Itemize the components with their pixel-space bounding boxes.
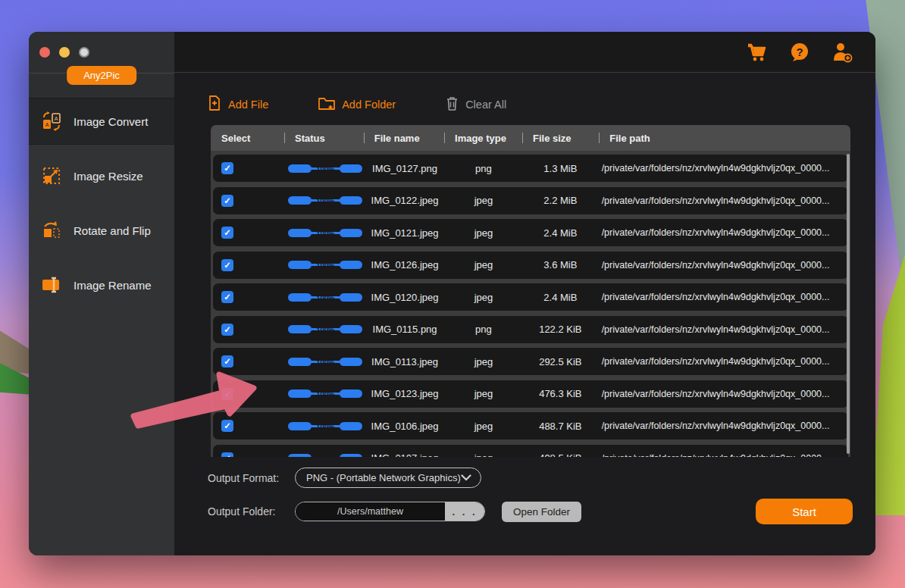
- file-table: Select Status File name Image type File …: [211, 125, 850, 457]
- image-type: jpeg: [445, 195, 522, 206]
- file-path: /private/var/folders/nz/xrvlwyln4w9dgkhv…: [599, 453, 848, 458]
- file-path: /private/var/folders/nz/xrvlwyln4w9dgkhv…: [599, 389, 848, 399]
- progress-label: 100%: [288, 196, 362, 205]
- progress-bar: 100%: [286, 293, 365, 302]
- column-header-status: Status: [284, 133, 364, 144]
- row-checkbox[interactable]: ✓: [221, 324, 233, 336]
- table-row[interactable]: ✓ 100% IMG_0123.jpeg jpeg 476.3 KiB /pri…: [213, 380, 848, 408]
- progress-label: 100%: [288, 261, 362, 269]
- progress-bar: 100%: [286, 325, 365, 333]
- output-format-label: Output Format:: [208, 472, 295, 484]
- sidebar-item-label: Rotate and Flip: [74, 224, 151, 237]
- image-type: jpeg: [445, 259, 522, 271]
- browse-folder-button[interactable]: . . .: [445, 502, 484, 521]
- chevron-down-icon: [461, 472, 471, 483]
- row-checkbox[interactable]: ✓: [221, 420, 233, 432]
- clear-all-label: Clear All: [465, 99, 506, 111]
- image-rename-icon: [41, 274, 62, 296]
- sidebar-item-image-rename[interactable]: Image Rename: [29, 261, 174, 308]
- progress-label: 100%: [288, 229, 362, 237]
- table-rows: ✓ 100% IMG_0127.png png 1.3 MiB /private…: [211, 151, 850, 457]
- open-folder-button[interactable]: Open Folder: [502, 502, 581, 522]
- image-type: png: [445, 324, 522, 335]
- topbar: ?: [174, 32, 875, 73]
- row-checkbox[interactable]: ✓: [221, 452, 233, 458]
- row-checkbox[interactable]: ✓: [221, 227, 233, 239]
- output-format-row: Output Format: PNG - (Portable Network G…: [208, 468, 853, 488]
- column-header-image-type: Image type: [444, 133, 522, 144]
- file-name: IMG_0122.jpeg: [365, 195, 445, 206]
- scrollbar[interactable]: [847, 154, 850, 454]
- output-format-value: PNG - (Portable Network Graphics): [306, 472, 461, 483]
- row-checkbox[interactable]: ✓: [221, 259, 233, 271]
- column-header-select: Select: [211, 133, 284, 144]
- table-row[interactable]: ✓ 100% IMG_0126.jpeg jpeg 3.6 MiB /priva…: [213, 252, 848, 279]
- add-folder-icon: [318, 96, 335, 113]
- file-path: /private/var/folders/nz/xrvlwyln4w9dgkhv…: [599, 324, 848, 335]
- table-row[interactable]: ✓ 100% IMG_0121.jpeg jpeg 2.4 MiB /priva…: [213, 219, 848, 246]
- image-type: jpeg: [445, 452, 522, 457]
- help-icon[interactable]: ?: [788, 40, 812, 64]
- toolbar: Add File Add Folder Clea: [208, 95, 875, 113]
- progress-label: 100%: [288, 293, 362, 302]
- row-checkbox[interactable]: ✓: [221, 195, 233, 207]
- progress-bar: 100%: [286, 422, 365, 430]
- file-size: 292.5 KiB: [522, 356, 599, 368]
- file-size: 1.3 MiB: [522, 163, 599, 174]
- add-folder-button[interactable]: Add Folder: [318, 96, 396, 113]
- output-folder-label: Output Folder:: [208, 505, 295, 518]
- column-header-file-name: File name: [364, 133, 444, 144]
- image-convert-icon: A A: [41, 111, 62, 132]
- image-type: jpeg: [445, 356, 522, 368]
- file-path: /private/var/folders/nz/xrvlwyln4w9dgkhv…: [599, 260, 848, 271]
- sidebar-item-label: Image Rename: [74, 279, 152, 292]
- file-path: /private/var/folders/nz/xrvlwyln4w9dgkhv…: [599, 356, 848, 367]
- output-folder-input[interactable]: [296, 502, 445, 521]
- column-header-file-path: File path: [599, 133, 850, 144]
- file-size: 3.6 MiB: [522, 259, 599, 271]
- output-format-select[interactable]: PNG - (Portable Network Graphics): [295, 468, 481, 488]
- table-row[interactable]: ✓ 100% IMG_0122.jpeg jpeg 2.2 MiB /priva…: [213, 187, 848, 214]
- trash-icon: [446, 96, 459, 113]
- progress-label: 100%: [288, 325, 362, 333]
- file-name: IMG_0106.jpeg: [365, 421, 445, 432]
- row-checkbox[interactable]: ✓: [221, 388, 233, 400]
- progress-label: 100%: [288, 358, 362, 366]
- image-type: png: [445, 163, 522, 174]
- minimize-window-button[interactable]: [59, 47, 70, 58]
- file-path: /private/var/folders/nz/xrvlwyln4w9dgkhv…: [599, 163, 848, 174]
- clear-all-button[interactable]: Clear All: [446, 96, 506, 113]
- start-button[interactable]: Start: [756, 499, 853, 524]
- file-path: /private/var/folders/nz/xrvlwyln4w9dgkhv…: [599, 195, 848, 206]
- progress-bar: 100%: [286, 196, 365, 205]
- sidebar-item-image-convert[interactable]: A A Image Convert: [29, 98, 174, 145]
- sidebar-item-rotate-and-flip[interactable]: Rotate and Flip: [29, 207, 174, 254]
- file-size: 488.7 KiB: [522, 421, 599, 432]
- table-row[interactable]: ✓ 100% IMG_0107.jpeg jpeg 498.5 KiB /pri…: [213, 445, 848, 458]
- row-checkbox[interactable]: ✓: [221, 355, 233, 368]
- file-path: /private/var/folders/nz/xrvlwyln4w9dgkhv…: [599, 292, 848, 302]
- add-user-icon[interactable]: [830, 40, 854, 64]
- table-row[interactable]: ✓ 100% IMG_0106.jpeg jpeg 488.7 KiB /pri…: [213, 412, 848, 439]
- add-file-icon: [208, 95, 221, 113]
- row-checkbox[interactable]: ✓: [221, 162, 233, 174]
- table-row[interactable]: ✓ 100% IMG_0120.jpeg jpeg 2.4 MiB /priva…: [213, 283, 848, 311]
- sidebar-item-image-resize[interactable]: Image Resize: [29, 152, 174, 199]
- file-name: IMG_0123.jpeg: [365, 388, 445, 399]
- close-window-button[interactable]: [39, 47, 50, 58]
- cart-icon[interactable]: [745, 40, 769, 64]
- table-row[interactable]: ✓ 100% IMG_0127.png png 1.3 MiB /private…: [213, 155, 848, 182]
- zoom-window-button[interactable]: [79, 47, 89, 58]
- progress-bar: 100%: [286, 358, 365, 366]
- progress-label: 100%: [288, 389, 362, 398]
- file-size: 2.2 MiB: [522, 195, 599, 206]
- progress-label: 100%: [288, 422, 362, 430]
- file-name: IMG_0113.jpeg: [365, 356, 445, 368]
- table-row[interactable]: ✓ 100% IMG_0113.jpeg jpeg 292.5 KiB /pri…: [213, 348, 848, 375]
- file-size: 2.4 MiB: [522, 292, 599, 303]
- image-type: jpeg: [445, 227, 522, 239]
- row-checkbox[interactable]: ✓: [221, 291, 233, 303]
- table-row[interactable]: ✓ 100% IMG_0115.png png 122.2 KiB /priva…: [213, 316, 848, 343]
- add-file-button[interactable]: Add File: [208, 95, 268, 113]
- svg-text:A: A: [55, 116, 58, 121]
